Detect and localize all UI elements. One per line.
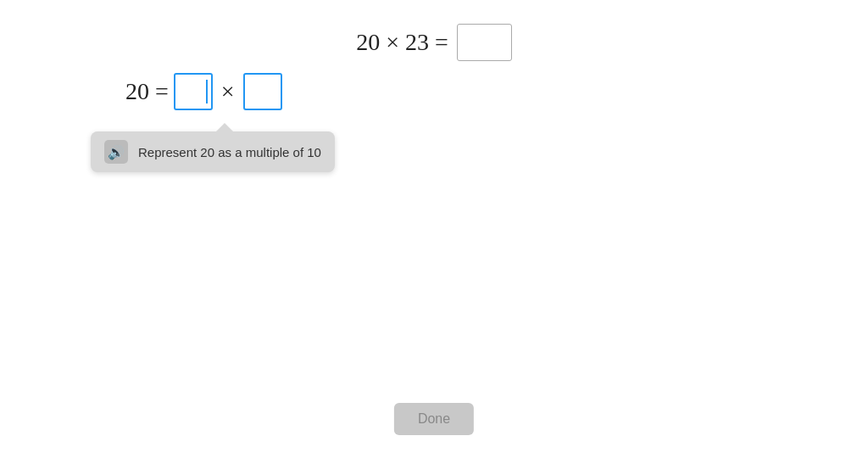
speaker-icon: 🔊 (108, 144, 125, 160)
second-factor-input[interactable] (243, 73, 282, 110)
answer-input-box[interactable] (457, 24, 512, 61)
sub-equation-prefix: 20 = (125, 78, 169, 105)
speaker-icon-container[interactable]: 🔊 (104, 140, 128, 164)
first-factor-input[interactable] (174, 73, 213, 110)
times-sign: × (221, 78, 235, 105)
done-button[interactable]: Done (394, 403, 474, 435)
main-equation-text: 20 × 23 = (356, 29, 448, 56)
hint-tooltip: 🔊 Represent 20 as a multiple of 10 (91, 131, 335, 172)
sub-equation: 20 = × (125, 73, 287, 110)
main-equation: 20 × 23 = (0, 24, 868, 61)
tooltip-text: Represent 20 as a multiple of 10 (138, 145, 321, 159)
